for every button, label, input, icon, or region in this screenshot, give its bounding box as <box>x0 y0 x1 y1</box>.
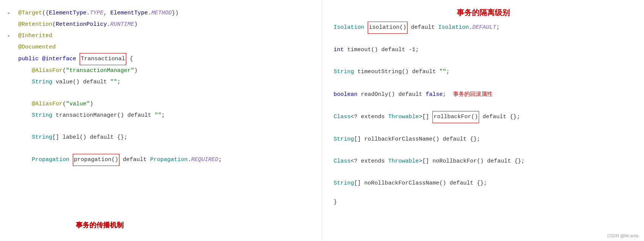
code-line: @AliasFor("value") <box>8 99 310 110</box>
code-text: [] rollbackForClassName() default {}; <box>354 134 480 145</box>
isolation-highlight: isolation() <box>368 22 407 34</box>
code-line: Class<? extends Throwable>[] noRollbackF… <box>334 156 633 167</box>
code-text: "" <box>110 77 117 88</box>
code-text: transactionManager() default <box>52 110 155 121</box>
code-text: RetentionPolicy <box>56 19 107 30</box>
code-text: Propagation <box>32 154 69 166</box>
code-text: String <box>334 66 354 78</box>
code-text: @AliasFor <box>32 65 63 77</box>
code-text: >[] noRollbackFor() default {}; <box>419 156 525 167</box>
code-line: Isolation isolation() default Isolation.… <box>334 22 633 34</box>
code-line: @AliasFor("transactionManager") <box>8 65 310 77</box>
propagation-highlight: propagation() <box>73 154 119 166</box>
code-text: ({ <box>42 8 49 19</box>
code-text: Propagation <box>150 154 188 166</box>
code-text: timeoutString() default <box>354 66 439 78</box>
code-text: Throwable <box>388 156 419 167</box>
code-line: Class<? extends Throwable>[] rollbackFor… <box>334 111 633 123</box>
code-text: @Documented <box>18 42 56 53</box>
code-text: ; <box>218 154 222 166</box>
code-text: { <box>126 53 133 65</box>
code-text: REQUIRED <box>191 154 218 166</box>
code-text: default <box>119 154 150 166</box>
code-text: default <box>407 22 438 33</box>
code-line: @Documented <box>8 42 310 53</box>
empty-line <box>334 167 633 178</box>
transactional-highlight: Transactional <box>80 53 126 65</box>
code-text: , <box>103 8 110 19</box>
code-text: ; <box>161 110 165 121</box>
code-text <box>18 99 32 110</box>
code-text: default {}; <box>479 111 520 123</box>
code-text: String <box>32 110 52 121</box>
empty-line <box>334 145 633 156</box>
empty-line <box>8 88 310 99</box>
code-line: } <box>334 197 633 208</box>
isolation-label: 事务的隔离级别 <box>457 8 510 17</box>
code-text: ; <box>443 89 453 100</box>
code-line: Propagation propagation() default Propag… <box>8 154 310 166</box>
code-text <box>18 154 32 166</box>
code-line: String value() default ""; <box>8 77 310 88</box>
code-text: ; <box>496 22 500 33</box>
code-text: ) <box>90 99 93 110</box>
code-line: String[] rollbackForClassName() default … <box>334 134 633 145</box>
code-text <box>18 77 32 88</box>
code-text <box>364 22 368 33</box>
code-text: public @interface <box>18 53 80 65</box>
empty-line <box>8 143 310 154</box>
code-line: boolean readOnly() default false; 事务的回滚属… <box>334 88 633 100</box>
code-text: [] label() default {}; <box>52 132 127 143</box>
code-text: >[] <box>419 111 432 123</box>
code-text: String <box>334 134 354 145</box>
code-text: ; <box>117 77 121 88</box>
code-text: . <box>86 8 90 19</box>
code-text: <? extends <box>351 156 388 167</box>
code-line: String[] label() default {}; <box>8 132 310 143</box>
code-text <box>18 132 32 143</box>
code-text: "" <box>439 66 446 78</box>
code-text: ( <box>52 19 56 30</box>
code-text: readOnly() default <box>357 89 426 100</box>
left-code-block: ▸ @Target({ElementType.TYPE, ElementType… <box>8 8 310 166</box>
code-line: ▸ @Target({ElementType.TYPE, ElementType… <box>8 8 310 19</box>
empty-line <box>334 123 633 134</box>
left-panel: ▸ @Target({ElementType.TYPE, ElementType… <box>0 0 322 241</box>
code-text: ElementType <box>110 8 148 19</box>
code-line: public @interface Transactional { <box>8 53 310 65</box>
code-text: @Retention <box>18 19 52 30</box>
code-text: . <box>188 154 191 166</box>
code-text: @AliasFor <box>32 99 63 110</box>
code-text: int <box>334 44 344 56</box>
right-panel: 事务的隔离级别 Isolation isolation() default Is… <box>322 0 644 241</box>
code-text: TYPE <box>90 8 103 19</box>
empty-line <box>8 121 310 132</box>
code-line: ▸ @Inherited <box>8 30 310 42</box>
code-text: METHOD <box>151 8 172 19</box>
code-text: ) <box>134 65 138 77</box>
code-text: String <box>334 178 354 189</box>
code-text: . <box>107 19 110 30</box>
rollbackfor-highlight: rollbackFor() <box>432 111 479 123</box>
code-text <box>18 65 32 77</box>
code-text: Class <box>334 156 351 167</box>
code-text: value() default <box>52 77 110 88</box>
code-line: String timeoutString() default ""; <box>334 66 633 78</box>
code-text: } <box>334 197 337 208</box>
right-code-block: Isolation isolation() default Isolation.… <box>334 22 633 208</box>
code-text: [] noRollbackForClassName() default {}; <box>354 178 487 189</box>
code-text <box>18 110 32 121</box>
code-text: "transactionManager" <box>66 65 134 77</box>
code-text: ) <box>134 19 138 30</box>
empty-line <box>334 34 633 44</box>
code-text: RUNTIME <box>110 19 134 30</box>
code-text: ( <box>63 99 66 110</box>
code-text: ElementType <box>49 8 86 19</box>
code-line: String transactionManager() default ""; <box>8 110 310 121</box>
empty-line <box>334 100 633 111</box>
empty-line <box>334 78 633 88</box>
code-text: ( <box>63 65 66 77</box>
code-text: Isolation <box>334 22 364 33</box>
code-text: . <box>148 8 151 19</box>
code-text: "" <box>155 110 161 121</box>
